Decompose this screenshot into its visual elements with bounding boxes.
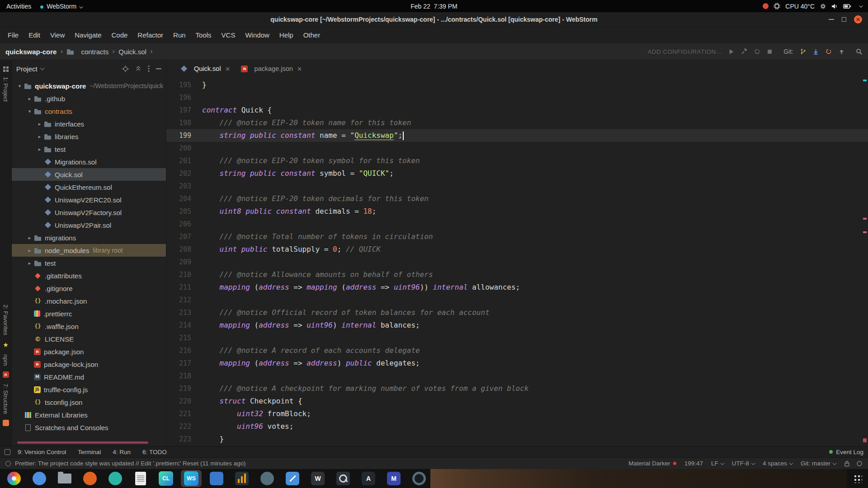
code-line-218[interactable]: 218 [166, 370, 868, 382]
search-icon[interactable] [856, 48, 863, 55]
tree-item-.gitattributes[interactable]: .gitattributes [12, 269, 166, 282]
code-line-222[interactable]: 222 uint96 votes; [166, 420, 868, 433]
git-update-icon[interactable] [813, 49, 819, 55]
tree-item-interfaces[interactable]: ▸interfaces [12, 117, 166, 130]
add-configuration-button[interactable]: ADD CONFIGURATION... [647, 48, 722, 55]
blue-tool-icon[interactable] [206, 470, 227, 487]
code-line-213[interactable]: 213 /// @notice Official record of token… [166, 306, 868, 319]
line-number[interactable]: 210 [166, 268, 202, 281]
line-number[interactable]: 208 [166, 243, 202, 256]
line-number[interactable]: 216 [166, 344, 202, 357]
menu-item-run[interactable]: Run [168, 27, 191, 43]
text-document-icon[interactable] [130, 470, 151, 487]
menu-item-help[interactable]: Help [274, 27, 298, 43]
hide-panel-icon[interactable] [156, 68, 161, 70]
line-number[interactable]: 203 [166, 180, 202, 192]
tree-item-package-lock.json[interactable]: npackage-lock.json [12, 358, 166, 371]
menu-item-navigate[interactable]: Navigate [70, 27, 106, 43]
stripe-mark-1[interactable] [863, 218, 867, 220]
error-stripe[interactable] [862, 77, 868, 446]
code-line-204[interactable]: 204 /// @notice EIP-20 token decimals fo… [166, 192, 868, 205]
menu-item-vcs[interactable]: VCS [217, 27, 241, 43]
tree-item-tsconfig.json[interactable]: {}tsconfig.json [12, 396, 166, 408]
code-line-209[interactable]: 209 [166, 256, 868, 268]
tree-expand-arrow[interactable]: ▸ [35, 134, 44, 140]
code-line-219[interactable]: 219 /// @notice A checkpoint for marking… [166, 382, 868, 395]
stripe-mark-bottom[interactable] [863, 438, 867, 442]
menu-item-tools[interactable]: Tools [191, 27, 217, 43]
tab-close-icon[interactable]: × [297, 65, 302, 72]
status-widget-utf-8[interactable]: UTF-8 [732, 460, 755, 467]
file-manager-icon[interactable] [54, 470, 75, 487]
tree-item-libraries[interactable]: ▸libraries [12, 130, 166, 143]
line-number[interactable]: 217 [166, 357, 202, 370]
tree-item-LICENSE[interactable]: ©LICENSE [12, 333, 166, 345]
locate-file-icon[interactable] [122, 66, 129, 72]
tree-item-QuickEthereum.sol[interactable]: QuickEthereum.sol [12, 181, 166, 193]
tool-window-switcher-icon[interactable] [5, 449, 10, 455]
run-icon[interactable] [728, 49, 734, 55]
clock[interactable]: Feb 22 7:39 PM [410, 3, 458, 10]
tree-item-test[interactable]: ▸test [12, 143, 166, 155]
show-applications-button[interactable] [847, 469, 868, 488]
code-line-212[interactable]: 212 [166, 294, 868, 306]
line-number[interactable]: 222 [166, 420, 202, 433]
line-number[interactable]: 200 [166, 142, 202, 155]
tool-button-project[interactable]: 1: Project [2, 77, 9, 102]
tab-close-icon[interactable]: × [225, 65, 231, 72]
code-line-197[interactable]: 197contract Quick { [166, 104, 868, 117]
line-number[interactable]: 214 [166, 319, 202, 332]
tool-button-npm[interactable]: npm [2, 354, 9, 366]
menu-item-code[interactable]: Code [106, 27, 132, 43]
code-line-207[interactable]: 207 /// @notice Total number of tokens i… [166, 230, 868, 243]
tree-item-package.json[interactable]: npackage.json [12, 345, 166, 358]
menu-item-file[interactable]: File [3, 27, 24, 43]
line-number[interactable]: 212 [166, 294, 202, 306]
tree-expand-arrow[interactable]: ▸ [35, 146, 44, 152]
indicator-circle-icon[interactable] [856, 460, 863, 467]
ubuntu-pinwheel-icon[interactable] [4, 470, 24, 487]
horizontal-scrollbar[interactable] [17, 441, 148, 444]
minimize-button[interactable] [829, 19, 834, 20]
code-line-196[interactable]: 196 [166, 91, 868, 104]
code-line-210[interactable]: 210 /// @notice Allowance amounts on beh… [166, 268, 868, 281]
code-line-221[interactable]: 221 uint32 fromBlock; [166, 408, 868, 420]
code-line-202[interactable]: 202 string public constant symbol = "QUI… [166, 167, 868, 180]
code-line-214[interactable]: 214 mapping (address => uint96) internal… [166, 319, 868, 332]
dark-circle-app-icon[interactable] [257, 470, 278, 487]
close-button[interactable]: × [854, 15, 862, 23]
breadcrumb-item-quickswap-core[interactable]: quickswap-core [5, 48, 57, 56]
stripe-mark-top[interactable] [863, 80, 867, 81]
tree-item-External Libraries[interactable]: External Libraries [12, 408, 166, 421]
rerun-icon[interactable] [754, 48, 760, 55]
status-widget-4-spaces[interactable]: 4 spaces [763, 460, 793, 467]
tree-expand-arrow[interactable]: ▾ [25, 108, 34, 114]
line-number[interactable]: 196 [166, 91, 202, 104]
build-hammer-icon[interactable] [741, 48, 747, 55]
status-widget-git--master[interactable]: Git: master [801, 460, 836, 467]
code-editor[interactable]: 195}196197contract Quick {198 /// @notic… [166, 77, 868, 446]
tree-item-node_modules[interactable]: ▸node_moduleslibrary root [12, 244, 166, 257]
line-number[interactable]: 206 [166, 218, 202, 230]
menu-item-window[interactable]: Window [240, 27, 274, 43]
tab-Quick.sol[interactable]: Quick.sol× [175, 61, 236, 77]
tab-package.json[interactable]: npackage.json× [236, 61, 307, 77]
volume-icon[interactable] [831, 3, 838, 9]
menu-item-other[interactable]: Other [298, 27, 326, 43]
code-line-205[interactable]: 205 uint8 public constant decimals = 18; [166, 205, 868, 218]
tree-expand-arrow[interactable]: ▸ [25, 235, 34, 241]
line-number[interactable]: 198 [166, 117, 202, 129]
code-line-206[interactable]: 206 [166, 218, 868, 230]
tree-item-test[interactable]: ▸test [12, 257, 166, 269]
activities-button[interactable]: Activities [6, 3, 31, 10]
line-number[interactable]: 202 [166, 167, 202, 180]
tree-item-.gitignore[interactable]: .gitignore [12, 282, 166, 295]
line-number[interactable]: 220 [166, 395, 202, 408]
maximize-button[interactable] [842, 17, 846, 22]
tree-item-UniswapV2Pair.sol[interactable]: UniswapV2Pair.sol [12, 219, 166, 231]
dark-a-app-icon[interactable]: A [358, 470, 379, 487]
tool-button-favorites[interactable]: 2: Favorites [2, 305, 9, 335]
line-number[interactable]: 197 [166, 104, 202, 117]
code-line-217[interactable]: 217 mapping (address => address) public … [166, 357, 868, 370]
code-line-199[interactable]: 199 string public constant name = "Quick… [166, 129, 868, 142]
